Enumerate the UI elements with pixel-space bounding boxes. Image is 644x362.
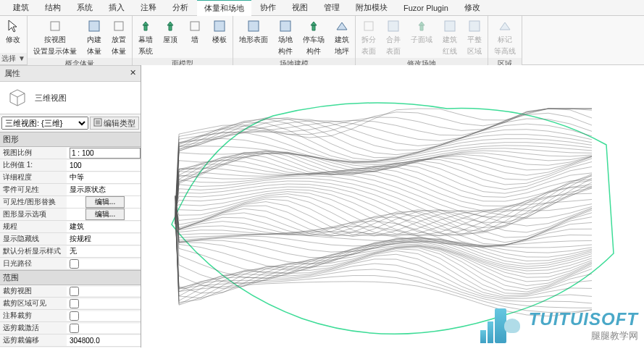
ribbon-button[interactable]: 地形表面 <box>236 17 271 58</box>
properties-title: 属性 <box>4 68 20 79</box>
property-label: 显示隐藏线 <box>0 234 67 244</box>
property-value[interactable] <box>67 222 141 232</box>
ribbon-tab[interactable]: 体量和场地 <box>197 0 251 16</box>
property-label: 详细程度 <box>0 172 67 182</box>
svg-rect-4 <box>214 21 225 31</box>
ribbon-button: 拆分表面 <box>359 17 379 58</box>
section-head: 范围 <box>0 270 141 285</box>
edit-button[interactable]: 编辑... <box>85 196 125 208</box>
properties-rows: 图形视图比例比例值 1:详细程度零件可见性可见性/图形替换编辑...图形显示选项… <box>0 132 141 348</box>
ribbon-button[interactable]: 按视图设置显示体量 <box>30 17 80 58</box>
property-input[interactable] <box>70 172 141 183</box>
tool-icon <box>414 19 429 33</box>
property-input[interactable] <box>70 185 141 195</box>
property-label: 裁剪视图 <box>0 286 67 296</box>
edit-type-button[interactable]: 编辑类型 <box>90 117 139 130</box>
ribbon-button[interactable]: 内建体量 <box>84 17 104 58</box>
ribbon-button[interactable]: 楼板 <box>209 17 230 58</box>
type-selector[interactable]: 三维视图: {三维} <box>1 117 88 130</box>
property-row: 视图比例 <box>0 147 141 159</box>
ribbon-button[interactable]: 场地构件 <box>275 17 296 58</box>
property-input[interactable] <box>70 160 141 171</box>
tool-icon <box>246 19 261 33</box>
ribbon-tab[interactable]: 分析 <box>165 0 196 15</box>
tool-icon <box>138 19 153 33</box>
ribbon-tab[interactable]: 管理 <box>317 0 347 15</box>
panel-label-select[interactable]: 选择 ▼ <box>0 53 27 64</box>
property-row: 日光路径 <box>0 258 141 270</box>
ribbon-tab[interactable]: Fuzor Plugin <box>396 1 456 14</box>
property-value[interactable] <box>67 148 141 159</box>
property-input[interactable] <box>70 234 141 245</box>
ribbon-tab[interactable]: 协作 <box>253 0 283 15</box>
property-row: 远剪裁激活 <box>0 322 141 334</box>
ribbon-tab[interactable]: 注释 <box>133 0 164 15</box>
ribbon-tab[interactable]: 插入 <box>101 0 132 15</box>
svg-rect-2 <box>114 22 123 30</box>
ribbon-button[interactable]: 停车场构件 <box>300 17 327 58</box>
property-row: 可见性/图形替换编辑... <box>0 196 141 209</box>
property-label: 比例值 1: <box>0 160 67 170</box>
tool-icon <box>306 19 321 33</box>
tool-icon <box>48 19 62 33</box>
property-value[interactable] <box>67 172 141 183</box>
property-row: 详细程度 <box>0 172 141 184</box>
property-value[interactable]: 编辑... <box>67 196 141 208</box>
property-value[interactable] <box>67 335 141 346</box>
property-row: 规程 <box>0 221 141 233</box>
property-checkbox[interactable] <box>70 324 79 333</box>
property-value[interactable] <box>67 299 141 308</box>
ribbon-tab[interactable]: 附加模块 <box>348 0 395 15</box>
watermark-logo-icon <box>480 308 523 343</box>
property-label: 日光路径 <box>0 258 67 269</box>
property-checkbox[interactable] <box>70 311 79 321</box>
property-value[interactable] <box>67 259 141 269</box>
property-input[interactable] <box>70 148 141 159</box>
property-input[interactable] <box>70 222 141 232</box>
property-value[interactable] <box>67 246 141 257</box>
drawing-canvas[interactable]: TUITUISOFT 腿腿教学网 <box>141 65 644 348</box>
ribbon-button[interactable]: 建筑地坪 <box>332 17 352 58</box>
ribbon-button: 标记等高线 <box>491 17 519 58</box>
ribbon-tab[interactable]: 结构 <box>38 0 68 15</box>
watermark-sub: 腿腿教学网 <box>529 329 638 342</box>
ribbon-button[interactable]: 放置体量 <box>109 17 129 58</box>
close-icon[interactable]: ✕ <box>130 68 136 79</box>
tool-icon <box>443 19 457 33</box>
ribbon-tab[interactable]: 修改 <box>457 0 488 15</box>
property-label: 裁剪区域可见 <box>0 298 67 308</box>
property-label: 零件可见性 <box>0 185 67 195</box>
property-input[interactable] <box>70 335 141 346</box>
property-row: 剖面框 <box>0 347 141 348</box>
property-label: 注释裁剪 <box>0 311 67 321</box>
tool-icon <box>335 19 349 33</box>
property-label: 规程 <box>0 222 67 232</box>
edit-button[interactable]: 编辑... <box>85 209 125 220</box>
ribbon-tab[interactable]: 视图 <box>285 0 315 15</box>
svg-rect-9 <box>445 21 455 31</box>
ribbon-button[interactable]: 墙 <box>185 17 205 58</box>
property-input[interactable] <box>70 246 141 257</box>
property-value[interactable] <box>67 185 141 195</box>
property-checkbox[interactable] <box>70 299 79 308</box>
ribbon-button[interactable]: 屋顶 <box>160 17 180 58</box>
ribbon-tab[interactable]: 建筑 <box>6 0 36 15</box>
property-checkbox[interactable] <box>70 287 79 296</box>
property-row: 裁剪区域可见 <box>0 298 141 310</box>
svg-rect-0 <box>51 22 59 30</box>
tool-icon <box>278 19 293 33</box>
property-value[interactable] <box>67 311 141 321</box>
property-value[interactable] <box>67 324 141 333</box>
svg-rect-5 <box>248 21 259 31</box>
property-value[interactable] <box>67 160 141 171</box>
properties-head[interactable]: 三维视图 <box>0 82 141 114</box>
property-value[interactable] <box>67 287 141 296</box>
ribbon-button: 子面域 <box>408 17 435 58</box>
modify-button[interactable]: 修改 <box>3 17 23 46</box>
property-checkbox[interactable] <box>70 259 79 269</box>
property-label: 可见性/图形替换 <box>0 197 67 207</box>
ribbon-tab[interactable]: 系统 <box>70 0 100 15</box>
property-value[interactable]: 编辑... <box>67 209 141 220</box>
ribbon-button[interactable]: 幕墙系统 <box>135 17 156 58</box>
property-value[interactable] <box>67 234 141 245</box>
